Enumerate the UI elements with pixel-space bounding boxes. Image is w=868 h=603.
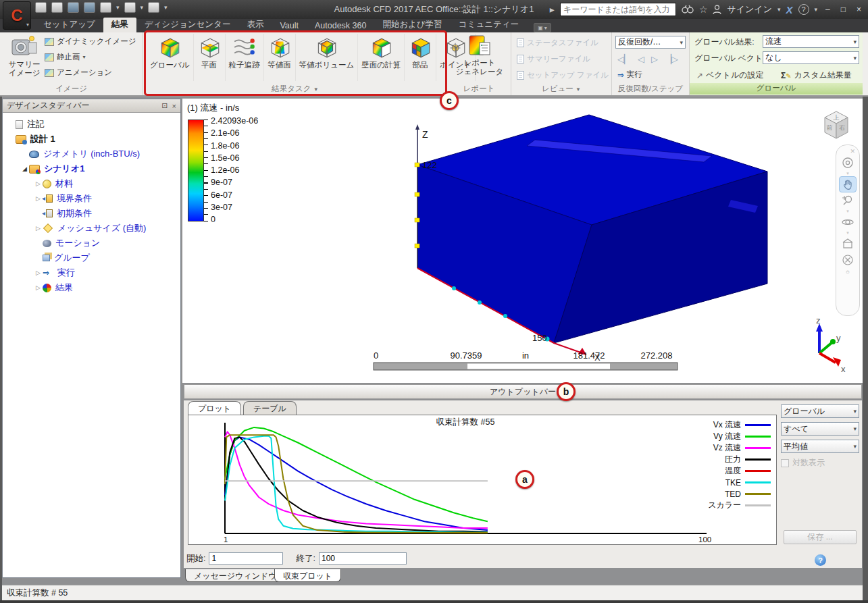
maximize-button[interactable]: □ xyxy=(838,5,848,14)
tree-item-2[interactable]: ジオメトリ (inch-BTU/s) xyxy=(4,147,179,161)
new-document-icon[interactable] xyxy=(35,2,47,13)
help-icon[interactable]: ? xyxy=(815,554,826,566)
ribbon-tab-7[interactable]: コミュニティー xyxy=(451,18,527,32)
step-forward-icon[interactable]: ▷ xyxy=(651,54,658,64)
global-result-dropdown[interactable]: 流速▾ xyxy=(763,35,859,48)
favorites-star-icon[interactable]: ☆ xyxy=(699,5,708,14)
exchange-apps-icon[interactable]: X xyxy=(786,4,793,16)
tree-item-1[interactable]: 設計 1 xyxy=(4,132,179,147)
panel-toggle-icon[interactable]: ▣▾ xyxy=(534,23,551,32)
tab-table[interactable]: テーブル xyxy=(243,401,297,415)
search-binoculars-icon[interactable] xyxy=(682,5,694,14)
end-input[interactable] xyxy=(319,552,407,565)
ribbon-tab-3[interactable]: 表示 xyxy=(238,18,272,32)
tab-convergence-plot[interactable]: 収束プロット xyxy=(274,569,341,582)
checkbox-icon[interactable] xyxy=(781,459,789,467)
dock-icon[interactable]: ⊡ xyxy=(161,101,168,110)
look-at-icon[interactable] xyxy=(839,236,857,252)
chevron-down-icon[interactable]: ▾ xyxy=(141,4,144,11)
ribbon-tab-5[interactable]: Autodesk 360 xyxy=(307,20,374,32)
pan-hand-icon[interactable] xyxy=(839,176,857,192)
qat-customize-arrow-icon[interactable]: ▾ xyxy=(164,4,168,11)
collapse-icon[interactable]: ⊖ xyxy=(846,269,850,275)
task-button-isosurface[interactable]: 等値面 xyxy=(264,34,296,81)
iteration-mode-dropdown[interactable]: 反復回数/…▾ xyxy=(615,36,686,49)
step-back-icon[interactable]: ◁ xyxy=(638,54,644,64)
tree-item-4[interactable]: ▷材料 xyxy=(4,176,179,191)
close-icon[interactable]: ✕ xyxy=(850,148,855,155)
task-button-parts[interactable]: 部品 xyxy=(405,34,436,81)
zoom-fit-icon[interactable] xyxy=(839,252,857,268)
global-vector-dropdown[interactable]: なし▾ xyxy=(763,51,859,64)
appearance-cube-icon[interactable] xyxy=(124,2,136,13)
tree-item-11[interactable]: ▷結果 xyxy=(4,280,179,295)
tree-item-0[interactable]: 注記 xyxy=(4,117,179,132)
help-icon[interactable]: ? xyxy=(798,4,809,15)
task-button-global[interactable]: グローバル xyxy=(147,34,194,81)
tree-item-3[interactable]: ◢シナリオ1 xyxy=(4,161,179,176)
tree-item-7[interactable]: ▷メッシュサイズ (自動) xyxy=(4,221,179,236)
ribbon-tab-4[interactable]: Vault xyxy=(272,20,307,32)
group-label-result-tasks[interactable]: 結果タスク ▼ xyxy=(144,84,446,95)
save-button[interactable]: 保存 ... xyxy=(784,530,857,544)
task-button-plane[interactable]: 平面 xyxy=(194,34,226,81)
expand-arrow-icon[interactable]: ▷ xyxy=(34,284,43,291)
minimize-button[interactable]: – xyxy=(823,5,833,14)
report-generator-button[interactable]: レポート ジェネレータ xyxy=(455,34,504,76)
orbit-icon[interactable] xyxy=(839,214,857,230)
tree-item-9[interactable]: グループ xyxy=(4,251,179,265)
plot-dropdown-0[interactable]: グローバル▾ xyxy=(781,404,859,418)
design-review-table-icon[interactable] xyxy=(148,2,159,13)
expand-arrow-icon[interactable]: ▷ xyxy=(34,225,43,232)
image-item-0[interactable]: ダイナミックイメージ xyxy=(45,36,136,47)
run-button[interactable]: ⇒ 実行 xyxy=(617,70,642,80)
viewport-3d[interactable]: Z 122 150 X 0 90.7359 in 181.472 272.208… xyxy=(182,99,863,383)
plot-dropdown-1[interactable]: すべて▾ xyxy=(781,422,859,436)
log-display-checkbox[interactable]: 対数表示 xyxy=(781,457,859,469)
output-bar[interactable]: アウトプットバー xyxy=(184,384,862,399)
summary-image-button[interactable]: サマリー イメージ xyxy=(7,34,42,78)
group-label-review[interactable]: レビュー ▼ xyxy=(511,84,611,95)
ribbon-tab-0[interactable]: セットアップ xyxy=(35,18,103,32)
save-as-icon[interactable] xyxy=(84,2,95,13)
task-button-isovolume[interactable]: 等値ボリューム xyxy=(296,34,359,81)
image-item-2[interactable]: アニメーション xyxy=(45,68,136,78)
task-button-wall[interactable]: 壁面の計算 xyxy=(358,34,405,81)
ribbon-tab-6[interactable]: 開始および学習 xyxy=(374,18,450,32)
step-first-icon[interactable]: ◁▏ xyxy=(617,54,631,64)
chevron-down-icon[interactable]: ▾ xyxy=(116,4,120,11)
tab-message-window[interactable]: メッセージウィンドウ xyxy=(185,569,286,582)
tab-plot[interactable]: プロット xyxy=(188,401,241,415)
orientation-cube-icon[interactable] xyxy=(100,2,111,13)
open-icon[interactable] xyxy=(51,2,63,13)
search-input[interactable] xyxy=(560,3,676,16)
save-icon[interactable] xyxy=(68,2,79,13)
tree-item-10[interactable]: ▷⇒実行 xyxy=(4,265,179,280)
vector-settings-button[interactable]: ↗ベクトルの設定 xyxy=(696,70,763,81)
start-input[interactable] xyxy=(209,552,283,565)
flyout-arrow-icon[interactable]: ▸ xyxy=(550,5,555,14)
zoom-icon[interactable] xyxy=(839,192,857,209)
ruler-slider-window[interactable] xyxy=(467,364,610,369)
chevron-down-icon[interactable]: ▾ xyxy=(846,209,849,214)
step-last-icon[interactable]: ▕▷ xyxy=(665,54,678,64)
plot-dropdown-2[interactable]: 平均値▾ xyxy=(781,440,859,453)
chevron-down-icon[interactable]: ▾ xyxy=(846,171,849,176)
chevron-down-icon[interactable]: ▾ xyxy=(815,5,818,14)
application-menu-button[interactable]: C ▾ xyxy=(3,1,31,30)
close-icon[interactable]: × xyxy=(172,102,176,110)
expand-arrow-icon[interactable]: ◢ xyxy=(20,165,29,172)
chevron-down-icon[interactable]: ▾ xyxy=(777,5,781,14)
ribbon-tab-1[interactable]: 結果 xyxy=(103,18,136,32)
close-button[interactable]: × xyxy=(854,5,864,14)
ribbon-tab-2[interactable]: ディシジョンセンター xyxy=(136,18,239,32)
task-button-traces[interactable]: 粒子追跡 xyxy=(226,34,264,81)
tree-item-6[interactable]: 初期条件 xyxy=(4,206,179,221)
tree-item-8[interactable]: モーション xyxy=(4,236,179,251)
expand-arrow-icon[interactable]: ▷ xyxy=(34,269,43,276)
image-item-1[interactable]: 静止画 ▾ xyxy=(45,52,136,62)
signin-button[interactable]: サインイン xyxy=(727,3,772,16)
expand-arrow-icon[interactable]: ▷ xyxy=(34,180,43,187)
tree-item-5[interactable]: ▷境界条件 xyxy=(4,191,179,206)
steering-wheel-icon[interactable] xyxy=(839,155,857,171)
